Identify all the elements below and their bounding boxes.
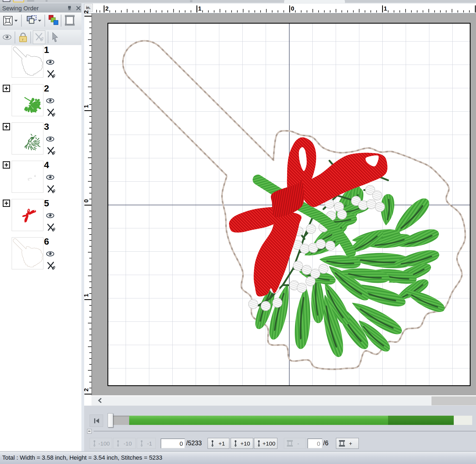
- svg-text:1: 1: [198, 5, 201, 12]
- svg-text:0: 0: [291, 5, 294, 12]
- svg-text:1: 1: [384, 5, 387, 12]
- svg-text:r: r: [22, 37, 24, 42]
- svg-text:2: 2: [105, 5, 109, 12]
